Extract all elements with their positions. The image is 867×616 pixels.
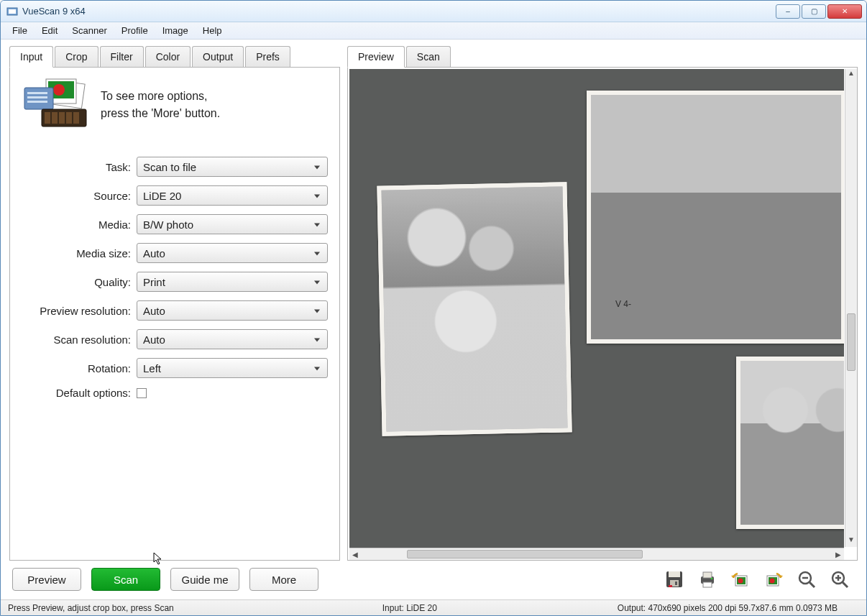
menu-edit[interactable]: Edit: [35, 23, 65, 38]
quality-label: Quality:: [22, 276, 137, 288]
hint-line2: press the 'More' button.: [101, 105, 220, 122]
minimize-button[interactable]: –: [776, 4, 800, 19]
mediasize-value: Auto: [143, 247, 165, 259]
titlebar[interactable]: VueScan 9 x64 – ▢ ✕: [1, 1, 866, 22]
scan-button[interactable]: Scan: [91, 568, 160, 591]
svg-point-5: [53, 84, 65, 96]
rotation-select[interactable]: Left: [137, 358, 328, 378]
quality-value: Print: [143, 276, 165, 288]
scanres-value: Auto: [143, 334, 165, 346]
svg-point-30: [770, 579, 775, 584]
menu-bar: File Edit Scanner Profile Image Help: [1, 22, 866, 40]
preview-button[interactable]: Preview: [12, 568, 81, 591]
task-label: Task:: [22, 161, 137, 173]
vscroll-thumb[interactable]: [847, 313, 855, 371]
input-panel-body: To see more options, press the 'More' bu…: [9, 67, 340, 561]
status-mid: Input: LiDE 20: [382, 603, 459, 613]
quality-select[interactable]: Print: [137, 272, 328, 292]
svg-line-35: [843, 582, 848, 587]
task-value: Scan to file: [143, 161, 196, 173]
media-value: B/W photo: [143, 219, 193, 231]
preview-body: V 4- ▲ ▼ ◀ ▶: [347, 67, 858, 561]
media-label: Media:: [22, 219, 137, 231]
minimize-glyph: –: [786, 7, 790, 15]
print-icon[interactable]: [694, 566, 721, 593]
svg-rect-17: [669, 571, 680, 577]
status-left: Press Preview, adjust crop box, press Sc…: [8, 603, 196, 613]
tab-filter[interactable]: Filter: [100, 46, 144, 67]
right-tabstrip: Preview Scan: [347, 47, 858, 67]
photo-3: [736, 357, 844, 529]
svg-rect-13: [59, 112, 65, 124]
scanres-select[interactable]: Auto: [137, 329, 328, 349]
rotation-value: Left: [143, 362, 161, 374]
tab-color[interactable]: Color: [145, 46, 191, 67]
scroll-down-icon[interactable]: ▼: [845, 535, 857, 547]
svg-rect-20: [669, 585, 672, 587]
close-button[interactable]: ✕: [827, 4, 862, 19]
svg-rect-15: [73, 112, 79, 124]
svg-rect-7: [27, 92, 47, 94]
tab-prefs[interactable]: Prefs: [245, 46, 290, 67]
maximize-glyph: ▢: [811, 7, 817, 15]
menu-image[interactable]: Image: [155, 23, 196, 38]
tab-output[interactable]: Output: [192, 46, 244, 67]
action-button-row: Preview Scan Guide me More: [9, 561, 340, 595]
more-button[interactable]: More: [249, 568, 318, 591]
tab-crop[interactable]: Crop: [55, 46, 98, 67]
task-select[interactable]: Scan to file: [137, 157, 328, 177]
left-panel: Input Crop Filter Color Output Prefs: [9, 47, 340, 595]
scroll-left-icon[interactable]: ◀: [349, 548, 361, 560]
scroll-right-icon[interactable]: ▶: [832, 548, 844, 560]
svg-rect-1: [9, 9, 16, 14]
scroll-up-icon[interactable]: ▲: [845, 69, 857, 81]
preview-image[interactable]: V 4-: [349, 69, 844, 558]
prevres-select[interactable]: Auto: [137, 300, 328, 321]
source-select[interactable]: LiDE 20: [137, 185, 328, 206]
left-tabstrip: Input Crop Filter Color Output Prefs: [9, 47, 340, 67]
svg-rect-19: [675, 581, 677, 585]
app-window: VueScan 9 x64 – ▢ ✕ File Edit Scanner Pr…: [0, 0, 867, 616]
tab-scan[interactable]: Scan: [406, 46, 451, 67]
status-right: Output: 470x690 pixels 200 dpi 59.7x87.6…: [618, 603, 859, 613]
menu-profile[interactable]: Profile: [114, 23, 155, 38]
menu-scanner[interactable]: Scanner: [65, 23, 114, 38]
preview-toolbar: [347, 561, 858, 595]
hint-line1: To see more options,: [101, 88, 220, 105]
content-area: Input Crop Filter Color Output Prefs: [1, 40, 866, 599]
svg-point-24: [711, 578, 713, 580]
close-glyph: ✕: [842, 7, 848, 15]
menu-file[interactable]: File: [5, 23, 35, 38]
svg-rect-12: [52, 112, 58, 124]
rotation-label: Rotation:: [22, 362, 137, 374]
maximize-button[interactable]: ▢: [802, 4, 826, 19]
save-icon[interactable]: [661, 566, 688, 593]
zoom-out-icon[interactable]: [793, 566, 820, 593]
source-label: Source:: [22, 190, 137, 202]
hscroll-thumb[interactable]: [407, 550, 643, 558]
app-icon: [6, 6, 18, 17]
guideme-button[interactable]: Guide me: [170, 568, 239, 591]
mediasize-select[interactable]: Auto: [137, 243, 328, 263]
horizontal-scrollbar[interactable]: ◀ ▶: [349, 548, 844, 560]
defaults-label: Default options:: [22, 387, 137, 399]
defaults-checkbox[interactable]: [137, 388, 147, 398]
vertical-scrollbar[interactable]: ▲ ▼: [845, 69, 857, 547]
svg-line-32: [809, 582, 815, 587]
prevres-value: Auto: [143, 305, 165, 317]
photo-annotation: V 4-: [615, 299, 631, 309]
rotate-right-icon[interactable]: [760, 566, 787, 593]
status-bar: Press Preview, adjust crop box, press Sc…: [1, 599, 866, 615]
tab-input[interactable]: Input: [9, 46, 53, 68]
rotate-left-icon[interactable]: [727, 566, 754, 593]
tab-preview[interactable]: Preview: [347, 46, 405, 68]
svg-rect-8: [27, 96, 47, 98]
menu-help[interactable]: Help: [196, 23, 229, 38]
svg-point-27: [738, 579, 743, 584]
media-select[interactable]: B/W photo: [137, 214, 328, 234]
hint-icon: [22, 78, 91, 132]
svg-rect-22: [703, 572, 712, 578]
zoom-in-icon[interactable]: [826, 566, 853, 593]
mediasize-label: Media size:: [22, 247, 137, 259]
right-panel: Preview Scan V 4- ▲ ▼: [347, 47, 858, 595]
